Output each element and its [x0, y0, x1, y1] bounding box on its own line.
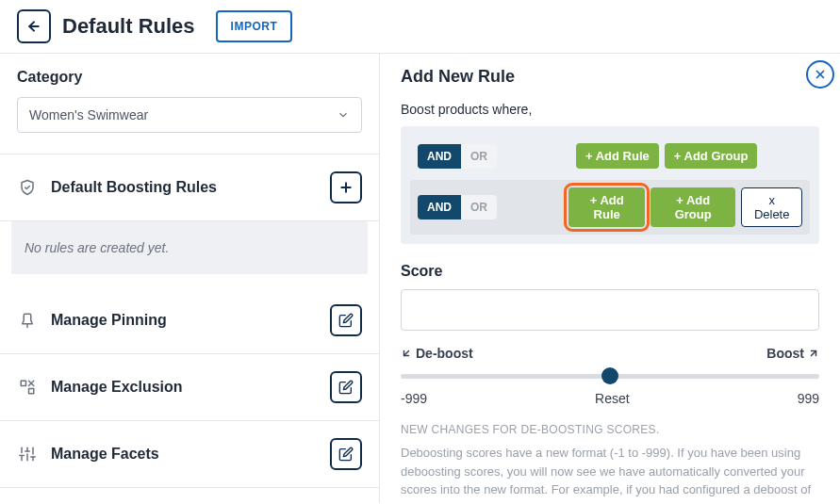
left-panel: Category Women's Swimwear Default Boosti…	[0, 54, 380, 503]
rule-builder: AND OR + Add Rule + Add Group AND OR + A…	[401, 126, 819, 244]
panel-title: Add New Rule	[401, 67, 819, 87]
slider-thumb[interactable]	[601, 367, 618, 384]
boosting-rules-label: Default Boosting Rules	[51, 179, 217, 196]
deboost-note-body: Deboosting scores have a new format (-1 …	[401, 444, 819, 503]
arrow-up-right-icon	[808, 348, 819, 359]
add-group-button-inner[interactable]: + Add Group	[651, 187, 735, 227]
add-boosting-rule-button[interactable]	[330, 171, 362, 203]
deboost-note-title: NEW CHANGES FOR DE-BOOSTING SCORES.	[401, 423, 819, 436]
edit-icon	[338, 313, 354, 328]
close-panel-button[interactable]	[806, 60, 834, 89]
right-panel: Add New Rule Boost products where, AND O…	[380, 54, 840, 503]
category-select[interactable]: Women's Swimwear	[17, 97, 362, 133]
edit-icon	[338, 447, 354, 462]
arrow-down-left-icon	[401, 348, 412, 359]
deboost-label: De-boost	[401, 346, 473, 361]
conjunction-toggle-outer[interactable]: AND OR	[418, 144, 497, 169]
and-toggle[interactable]: AND	[418, 195, 461, 219]
or-toggle[interactable]: OR	[461, 195, 497, 219]
slider-reset[interactable]: Reset	[595, 391, 630, 406]
svg-rect-6	[21, 381, 25, 385]
manage-exclusion-label: Manage Exclusion	[51, 379, 183, 396]
page-title: Default Rules	[62, 14, 195, 39]
back-button[interactable]	[17, 9, 51, 43]
edit-facets-button[interactable]	[330, 438, 362, 470]
close-icon	[814, 68, 827, 81]
category-selected-value: Women's Swimwear	[29, 107, 148, 122]
delete-group-button[interactable]: x Delete	[741, 187, 802, 227]
conjunction-toggle-inner[interactable]: AND OR	[418, 195, 497, 219]
score-input[interactable]	[401, 289, 819, 331]
manage-pinning-label: Manage Pinning	[51, 312, 167, 329]
add-rule-button-outer[interactable]: + Add Rule	[576, 143, 659, 169]
and-toggle[interactable]: AND	[418, 144, 461, 169]
facets-icon	[17, 444, 38, 464]
score-slider[interactable]	[401, 365, 819, 387]
pin-icon	[17, 310, 38, 331]
boost-label: Boost	[766, 346, 819, 361]
chevron-down-icon	[337, 108, 350, 122]
boosting-empty-message: No rules are created yet.	[11, 221, 368, 274]
import-button[interactable]: IMPORT	[216, 10, 293, 42]
shield-icon	[17, 177, 38, 198]
edit-exclusion-button[interactable]	[330, 371, 362, 403]
edit-pinning-button[interactable]	[330, 304, 362, 336]
category-label: Category	[17, 69, 362, 86]
exclusion-icon	[17, 377, 38, 398]
slider-min: -999	[401, 391, 427, 406]
arrow-left-icon	[26, 19, 41, 34]
score-label: Score	[401, 263, 819, 280]
add-rule-button-inner[interactable]: + Add Rule	[568, 187, 645, 227]
panel-intro: Boost products where,	[401, 102, 819, 117]
plus-icon	[338, 180, 354, 195]
manage-facets-label: Manage Facets	[51, 446, 159, 463]
svg-rect-7	[29, 389, 34, 394]
edit-icon	[338, 380, 354, 395]
slider-max: 999	[798, 391, 819, 406]
add-group-button-outer[interactable]: + Add Group	[665, 143, 758, 169]
or-toggle[interactable]: OR	[461, 144, 497, 169]
